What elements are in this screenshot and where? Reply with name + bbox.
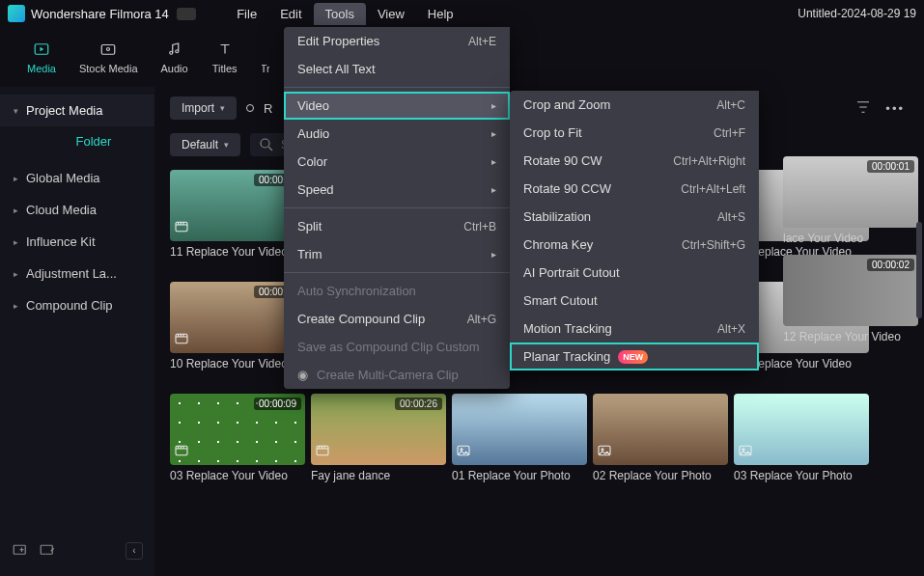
submenu-arrow-icon: ▸ [491, 249, 496, 260]
menu-save-compound: Save as Compound Clip Custom [284, 333, 510, 361]
submenu-chroma-key[interactable]: Chroma KeyCtrl+Shift+G [510, 231, 759, 259]
mode-tab-titles[interactable]: Titles [211, 40, 238, 74]
submenu-crop-to-fit[interactable]: Crop to FitCtrl+F [510, 119, 759, 147]
media-card[interactable]: 00:00:26Fay jane dance [311, 394, 446, 482]
media-caption: 02 Replace Your Photo [593, 469, 728, 482]
submenu-rotate-90-cw[interactable]: Rotate 90 CWCtrl+Alt+Right [510, 147, 759, 175]
svg-point-7 [261, 139, 269, 148]
menu-multicam: ◉Create Multi-Camera Clip [284, 361, 510, 389]
thumbnail [452, 394, 587, 465]
thumbnail: 00:00:02 [783, 255, 918, 326]
submenu-planar-tracking[interactable]: Planar TrackingNEW [510, 343, 759, 370]
svg-point-4 [175, 50, 178, 53]
menu-trim[interactable]: Trim▸ [284, 240, 510, 268]
thumbnail: 00:00:09 [170, 394, 305, 465]
duration-badge: 00:00:01 [867, 160, 914, 173]
mode-tab-media[interactable]: Media [27, 40, 56, 74]
media-card[interactable]: 03 Replace Your Photo [734, 394, 869, 482]
thumbnail [734, 394, 869, 465]
menu-bar: File Edit Tools View Help [225, 3, 464, 25]
submenu-arrow-icon: ▸ [491, 100, 496, 111]
mode-tab-stock[interactable]: Stock Media [79, 40, 138, 74]
menu-select-all-text[interactable]: Select All Text [284, 55, 510, 83]
mode-tab-stock-label: Stock Media [79, 63, 138, 74]
chevron-right-icon: ▸ [14, 206, 18, 215]
menu-separator [284, 207, 510, 208]
menu-edit-properties[interactable]: Edit PropertiesAlt+E [284, 27, 510, 55]
menu-help[interactable]: Help [416, 3, 465, 25]
media-caption: 03 Replace Your Video [170, 469, 305, 482]
camera-icon: ◉ [297, 368, 313, 382]
submenu-arrow-icon: ▸ [491, 128, 496, 139]
svg-point-24 [742, 449, 744, 451]
menu-audio[interactable]: Audio▸ [284, 120, 510, 148]
menu-separator [284, 272, 510, 273]
video-icon [174, 443, 189, 461]
mode-tab-transitions[interactable]: Tr [262, 40, 269, 74]
chevron-right-icon: ▸ [14, 269, 18, 279]
media-icon [28, 40, 55, 59]
media-card[interactable]: 00:00:0903 Replace Your Video [170, 394, 305, 482]
app-logo-icon [8, 5, 25, 22]
record-icon[interactable] [246, 104, 254, 112]
app-name: Wondershare Filmora 14 [31, 7, 169, 21]
new-folder-icon[interactable] [12, 540, 29, 561]
menu-color[interactable]: Color▸ [284, 148, 510, 176]
menu-view[interactable]: View [366, 3, 416, 25]
svg-rect-18 [317, 446, 328, 454]
chevron-right-icon: ▸ [14, 174, 18, 183]
submenu-ai-portrait-cutout[interactable]: AI Portrait Cutout [510, 259, 759, 287]
submenu-smart-cutout[interactable]: Smart Cutout [510, 287, 759, 315]
submenu-stabilization[interactable]: StabilizationAlt+S [510, 203, 759, 231]
menu-file[interactable]: File [225, 3, 268, 25]
video-submenu: Crop and ZoomAlt+CCrop to FitCtrl+FRotat… [510, 91, 759, 370]
media-caption: 12 Replace Your Video [783, 330, 918, 343]
sidebar-cloud-media[interactable]: ▸Cloud Media [0, 194, 154, 226]
video-icon [174, 219, 189, 237]
stock-media-icon [95, 40, 122, 59]
mode-tab-audio[interactable]: Audio [161, 40, 188, 74]
svg-rect-12 [176, 334, 187, 343]
sidebar-adjustment-layer[interactable]: ▸Adjustment La... [0, 258, 154, 289]
submenu-crop-and-zoom[interactable]: Crop and ZoomAlt+C [510, 91, 759, 119]
svg-rect-8 [176, 222, 187, 231]
sidebar-folder[interactable]: Folder [33, 126, 154, 156]
media-card[interactable]: 00:00:01 lace Your Video [783, 156, 918, 245]
collapse-sidebar-icon[interactable]: ‹ [126, 542, 143, 560]
video-icon [315, 443, 330, 461]
svg-rect-1 [101, 45, 115, 55]
thumbnail: 00:00:01 [783, 156, 918, 228]
menu-split[interactable]: SplitCtrl+B [284, 212, 510, 240]
image-icon [738, 443, 753, 461]
menu-speed[interactable]: Speed▸ [284, 176, 510, 204]
chevron-down-icon: ▾ [14, 106, 18, 116]
filter-icon[interactable] [854, 98, 872, 119]
media-caption: 03 Replace Your Photo [734, 469, 869, 482]
import-button[interactable]: Import▾ [170, 96, 237, 120]
image-icon [597, 443, 612, 461]
menu-edit[interactable]: Edit [268, 3, 313, 25]
submenu-arrow-icon: ▸ [491, 156, 496, 167]
submenu-rotate-90-ccw[interactable]: Rotate 90 CCWCtrl+Alt+Left [510, 175, 759, 203]
menu-tools[interactable]: Tools [314, 3, 366, 25]
sort-default-button[interactable]: Default▾ [170, 133, 240, 156]
thumbnail [593, 394, 728, 465]
media-card[interactable]: 02 Replace Your Photo [593, 394, 728, 482]
sidebar-compound-clip[interactable]: ▸Compound Clip [0, 289, 154, 321]
menu-video[interactable]: Video▸ [284, 92, 510, 120]
media-card[interactable]: 00:00:02 12 Replace Your Video [783, 255, 918, 343]
submenu-motion-tracking[interactable]: Motion TrackingAlt+X [510, 315, 759, 343]
mode-tab-audio-label: Audio [161, 63, 188, 74]
new-badge: NEW [618, 350, 648, 364]
media-card[interactable]: 01 Replace Your Photo [452, 394, 587, 482]
scrollbar[interactable] [916, 222, 922, 318]
svg-rect-17 [176, 446, 187, 454]
sidebar-project-media[interactable]: ▾Project Media [0, 95, 154, 126]
new-bin-icon[interactable] [39, 540, 56, 561]
chevron-right-icon: ▸ [14, 237, 18, 247]
more-icon[interactable]: ••• [885, 101, 905, 116]
media-caption: lace Your Video [783, 232, 918, 245]
sidebar-global-media[interactable]: ▸Global Media [0, 162, 154, 194]
sidebar-influence-kit[interactable]: ▸Influence Kit [0, 226, 154, 258]
menu-create-compound[interactable]: Create Compound ClipAlt+G [284, 305, 510, 333]
